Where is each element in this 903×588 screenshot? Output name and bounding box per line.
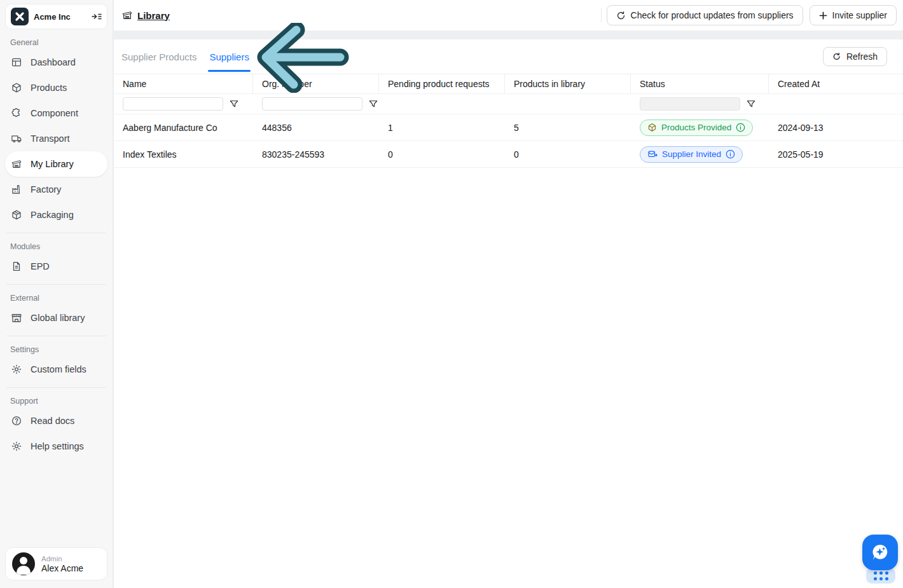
check-product-updates-button[interactable]: Check for product updates from suppliers [607,5,803,25]
sidebar-divider [6,336,106,336]
sidebar-item-transport[interactable]: Transport [5,126,107,151]
tabs-bar: Supplier Products Suppliers Refresh [114,39,903,74]
factory-icon [10,183,23,196]
library-icon [121,10,133,21]
sidebar-item-my-library[interactable]: My Library [5,151,107,177]
name-filter-input[interactable] [123,97,223,111]
tab-supplier-products[interactable]: Supplier Products [120,39,198,74]
sidebar-item-packaging[interactable]: Packaging [5,202,107,228]
status-label: Products Provided [661,123,731,132]
table-filter-row [114,94,903,114]
invite-supplier-label: Invite supplier [832,10,887,20]
sidebar-divider [6,284,106,285]
sidebar-item-component[interactable]: Component [5,100,107,126]
header-divider [601,8,602,22]
supplier-row[interactable]: Aaberg Manufacture Co 448356 1 5 Product… [114,114,903,141]
sidebar-item-global-library[interactable]: Global library [5,305,107,331]
breadcrumb[interactable]: Library [121,10,170,21]
pending-requests-count: 0 [379,141,505,167]
plus-icon [819,11,827,20]
column-header-created-at[interactable]: Created At [769,74,903,93]
products-in-library-count: 0 [505,141,631,167]
library-panel: Supplier Products Suppliers Refresh Name… [114,39,903,588]
gear-icon [10,440,23,453]
breadcrumb-label[interactable]: Library [137,10,170,21]
filter-funnel-icon[interactable] [230,100,238,109]
sidebar-collapse-icon[interactable] [92,12,102,21]
user-menu[interactable]: Admin Alex Acme [5,547,107,580]
gear-icon [10,363,23,376]
sidebar-item-label: Global library [31,313,85,323]
created-at-date: 2024-09-13 [769,114,903,140]
sidebar-item-label: EPD [31,261,50,271]
chat-launcher-button[interactable] [862,535,898,570]
column-header-status[interactable]: Status [631,74,769,93]
section-label-settings: Settings [5,345,107,354]
info-icon[interactable] [726,149,735,159]
products-in-library-count: 5 [505,114,631,140]
section-label-support: Support [5,397,107,406]
supplier-name: Aaberg Manufacture Co [114,114,253,140]
top-header: Library Check for product updates from s… [114,0,903,31]
filter-funnel-icon[interactable] [369,100,378,109]
sidebar-item-label: Factory [31,184,61,195]
chat-sparkle-icon [871,543,890,562]
filter-funnel-icon[interactable] [747,100,755,109]
sidebar-item-factory[interactable]: Factory [5,177,107,202]
sidebar-item-custom-fields[interactable]: Custom fields [5,357,107,382]
supplier-org-number: 830235-245593 [253,141,379,167]
sidebar-item-label: My Library [31,159,74,169]
library-icon [10,158,23,170]
sidebar-divider [6,233,106,233]
supplier-org-number: 448356 [253,114,379,140]
cube-icon [647,123,657,132]
cube-icon [10,81,23,94]
dashboard-icon [10,56,23,69]
sidebar-item-read-docs[interactable]: Read docs [5,408,107,434]
sidebar-item-help-settings[interactable]: Help settings [5,434,107,459]
sidebar-item-label: Packaging [31,210,74,220]
column-header-products-in-library[interactable]: Products in library [505,74,631,93]
sidebar-item-label: Custom fields [31,364,86,374]
sidebar-item-epd[interactable]: EPD [5,254,107,279]
supplier-row[interactable]: Index Textiles 830235-245593 0 0 Supplie… [114,141,903,168]
document-icon [10,260,23,273]
tab-suppliers[interactable]: Suppliers [208,39,251,74]
sidebar-item-label: Help settings [31,441,84,451]
sidebar-item-label: Transport [31,133,70,144]
sync-icon [616,11,626,20]
sidebar-item-label: Dashboard [31,57,76,67]
check-product-updates-label: Check for product updates from suppliers [631,10,794,20]
column-header-name[interactable]: Name [114,74,253,93]
refresh-button[interactable]: Refresh [823,47,887,66]
status-badge-products-provided[interactable]: Products Provided [640,120,753,136]
sidebar-item-dashboard[interactable]: Dashboard [5,50,107,75]
storefront-icon [10,311,23,324]
avatar [12,552,35,575]
status-filter-input[interactable] [640,97,740,111]
section-label-general: General [5,38,107,47]
section-label-external: External [5,294,107,303]
refresh-label: Refresh [846,51,878,62]
org-number-filter-input[interactable] [262,97,362,111]
status-badge-supplier-invited[interactable]: Supplier Invited [640,146,743,163]
org-switcher[interactable]: Acme Inc [5,4,107,29]
question-circle-icon [10,414,23,427]
org-name: Acme Inc [34,12,86,22]
info-icon[interactable] [736,123,745,132]
puzzle-icon [10,107,23,120]
sidebar-item-label: Component [31,108,78,118]
invite-supplier-button[interactable]: Invite supplier [810,5,897,25]
column-header-org-number[interactable]: Org. number [253,74,379,93]
package-icon [10,209,23,221]
sidebar: Acme Inc General Dashboard Products Comp… [0,0,113,588]
column-header-pending-requests[interactable]: Pending product requests [379,74,505,93]
refresh-icon [832,52,841,61]
sidebar-item-label: Read docs [31,416,74,426]
supplier-name: Index Textiles [114,141,253,167]
sidebar-item-products[interactable]: Products [5,75,107,100]
table-header-row: Name Org. number Pending product request… [114,74,903,94]
dots-grid-icon [874,571,888,580]
created-at-date: 2025-05-19 [769,141,903,167]
status-label: Supplier Invited [662,149,721,159]
